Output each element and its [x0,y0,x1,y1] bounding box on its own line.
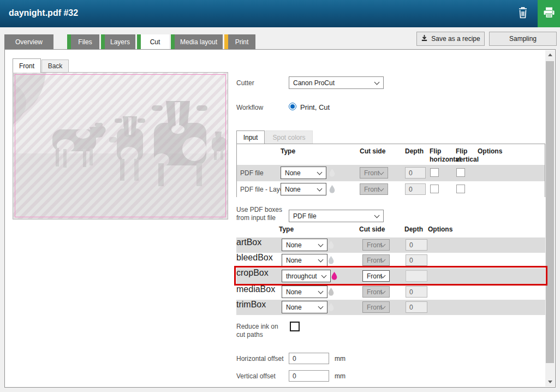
sampling-button[interactable]: Sampling [489,32,557,46]
ink-droplet-icon [329,168,336,177]
cropbox-cut-side-select[interactable]: Front [362,270,390,282]
ink-droplet-icon [327,240,335,250]
vertical-scrollbar[interactable] [545,50,555,387]
tab-files-label: Files [71,38,99,46]
tab-cut[interactable]: Cut [137,34,169,49]
print-preview-image [13,72,228,219]
download-icon [421,34,428,43]
tab-layers[interactable]: Layers [101,34,135,49]
artbox-depth-input[interactable] [406,239,427,251]
chevron-down-icon [374,80,380,85]
layer1-depth-input[interactable] [405,183,426,195]
scrollbar-thumb[interactable] [546,61,554,363]
tab-files-status-stripe [67,34,71,49]
chevron-down-icon [374,213,380,218]
cropbox-type-select[interactable]: throughcut [282,270,331,282]
pdf-file-cut-side-select: Front [360,167,388,179]
col-header-depth: Depth [405,147,424,155]
tab-media-layout[interactable]: Media layout [171,34,223,49]
select-value: Front [367,257,382,264]
save-as-recipe-button[interactable]: Save as a recipe [416,32,485,46]
row-artbox: artBox None Front [236,237,545,253]
chevron-down-icon [318,289,324,294]
sampling-label: Sampling [509,35,537,43]
bleedbox-type-select[interactable]: None [282,254,327,266]
select-value: Front [367,241,382,249]
col-header-cut-side: Cut side [360,147,385,155]
workflow-label: Workflow [236,104,263,112]
trimbox-depth-input[interactable] [406,301,427,313]
select-value: None [285,169,301,177]
chevron-down-icon [318,304,324,310]
tab-back-label: Back [48,62,63,70]
chevron-down-icon [379,170,384,175]
tab-media-layout-label: Media layout [175,38,223,46]
cutter-select-value: Canon ProCut [293,79,335,87]
unprinted-hatch-overlay [13,73,228,219]
trimbox-cut-side-select: Front [362,301,390,313]
cut-settings-panel: Front Back [4,49,556,388]
select-value: Front [367,288,382,296]
trimbox-type-select[interactable]: None [282,301,327,313]
row-label: PDF file [240,169,264,177]
col-header-options: Options [478,147,502,155]
scroll-up-button[interactable] [545,50,555,60]
horizontal-offset-unit: mm [335,355,345,363]
cutter-select[interactable]: Canon ProCut [289,76,384,89]
vertical-offset-input[interactable] [289,370,329,382]
mediabox-depth-input[interactable] [406,286,427,298]
artbox-type-select[interactable]: None [282,239,327,251]
mediabox-type-select[interactable]: None [282,286,327,298]
col-header-flip-vertical2: vertical [456,156,479,163]
chevron-down-icon [318,257,324,263]
chevron-down-icon [317,170,323,175]
pdf-boxes-source-select[interactable]: PDF file [289,210,384,222]
horizontal-offset-input[interactable] [289,353,329,364]
delete-job-button[interactable] [510,0,536,27]
col-header-type: Type [281,147,295,155]
cropbox-depth-input[interactable] [406,270,427,282]
tab-files[interactable]: Files [67,34,99,49]
ink-droplet-icon [327,302,335,312]
horizontal-offset-label: Horizontal offset [236,355,284,363]
select-value: Front [367,272,382,280]
boxes-col-header-type: Type [279,225,294,233]
tab-front[interactable]: Front [13,58,41,73]
input-layers-table: Type Cut side Depth Flip horizontal Flip… [236,144,545,197]
select-value: Front [364,169,379,177]
reduce-ink-label-line2: cut paths [236,331,278,339]
workflow-print-cut-radio[interactable] [289,103,296,110]
tab-layers-label: Layers [105,38,135,46]
use-pdf-boxes-label-line1: Use PDF boxes [236,206,282,214]
bleedbox-cut-side-select: Front [362,254,390,266]
tab-media-layout-status-stripe [171,34,175,49]
pdf-file-type-select[interactable]: None [281,167,326,179]
bleedbox-depth-input[interactable] [406,254,427,266]
layer1-flip-horizontal-checkbox[interactable] [430,185,439,193]
tab-spot-colors[interactable]: Spot colors [265,130,313,144]
pdf-file-flip-vertical-checkbox[interactable] [456,168,465,177]
pdf-file-depth-input[interactable] [405,167,426,179]
tab-back[interactable]: Back [41,60,69,73]
select-value: None [286,304,302,311]
pdf-file-flip-horizontal-checkbox[interactable] [430,168,439,177]
row-pdf-file: PDF file None Front [237,165,545,181]
tab-input[interactable]: Input [236,130,265,144]
layer1-type-select[interactable]: None [281,183,326,195]
title-bar: daynight.pdf #32 [0,0,560,27]
print-button[interactable] [538,0,560,27]
vertical-offset-unit: mm [335,372,345,380]
reduce-ink-label: Reduce ink on cut paths [236,323,278,339]
select-value: None [286,288,302,296]
scroll-down-button[interactable] [545,377,555,387]
scroll-down-icon [548,381,552,383]
select-value: throughcut [286,272,317,280]
document-title: daynight.pdf #32 [9,8,78,18]
row-bleedbox: bleedBox None Front [236,253,545,268]
tab-print[interactable]: Print [224,34,255,49]
boxes-col-header-options: Options [428,225,452,233]
ink-droplet-icon [331,271,338,281]
layer1-flip-vertical-checkbox[interactable] [456,185,465,193]
reduce-ink-checkbox[interactable] [290,322,300,331]
tab-overview[interactable]: Overview [4,34,53,49]
